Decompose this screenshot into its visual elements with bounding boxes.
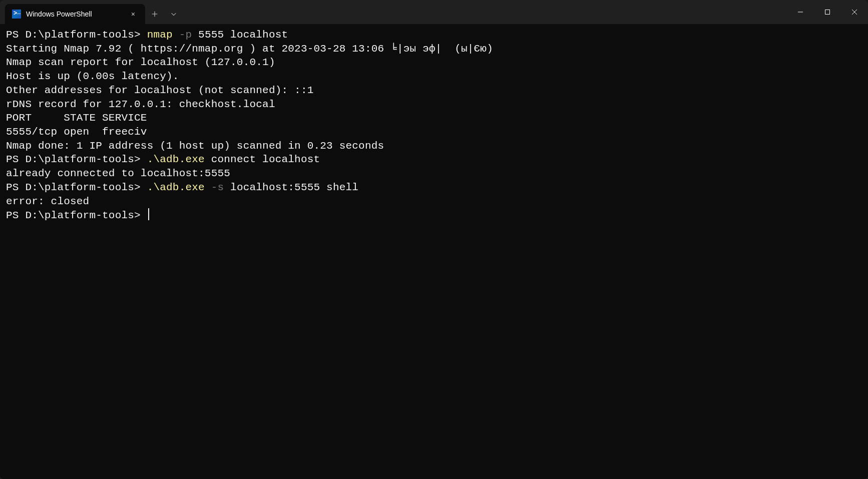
terminal-text: -s: [211, 182, 230, 193]
close-icon: [851, 9, 857, 15]
terminal-line: error: closed: [6, 195, 862, 209]
chevron-down-icon: [170, 11, 177, 18]
powershell-icon: [12, 10, 21, 19]
terminal-text: 5555/tcp open freeciv: [6, 126, 147, 138]
terminal-line: PORT STATE SERVICE: [6, 111, 862, 125]
svg-rect-0: [825, 10, 830, 15]
minimize-icon: [797, 9, 803, 15]
terminal-line: 5555/tcp open freeciv: [6, 125, 862, 139]
terminal-text: PS D:\platform-tools>: [6, 29, 147, 41]
tab-powershell[interactable]: Windows PowerShell ✕: [5, 4, 145, 24]
terminal-text: 5555 localhost: [198, 29, 288, 41]
terminal-text: rDNS record for 127.0.0.1: checkhost.loc…: [6, 99, 275, 110]
plus-icon: [151, 11, 158, 18]
terminal-output[interactable]: PS D:\platform-tools> nmap -p 5555 local…: [0, 24, 868, 479]
terminal-text: nmap: [147, 29, 179, 41]
terminal-line: PS D:\platform-tools> .\adb.exe connect …: [6, 153, 862, 167]
terminal-line: PS D:\platform-tools> .\adb.exe -s local…: [6, 181, 862, 195]
terminal-line: already connected to localhost:5555: [6, 167, 862, 181]
close-icon: ✕: [131, 10, 135, 18]
terminal-window: Windows PowerShell ✕ PS D:\platform-tool…: [0, 0, 868, 479]
terminal-text: PORT STATE SERVICE: [6, 112, 147, 124]
minimize-button[interactable]: [787, 0, 814, 24]
terminal-text: already connected to localhost:5555: [6, 168, 230, 179]
terminal-text: error: closed: [6, 196, 89, 207]
terminal-text: Other addresses for localhost (not scann…: [6, 85, 314, 96]
terminal-text: Nmap scan report for localhost (127.0.0.…: [6, 57, 275, 68]
terminal-text: Starting Nmap 7.92 ( https://nmap.org ) …: [6, 43, 493, 55]
terminal-text: Host is up (0.00s latency).: [6, 71, 179, 82]
terminal-text: .\adb.exe: [147, 182, 211, 193]
close-tab-button[interactable]: ✕: [128, 9, 138, 19]
terminal-text: localhost:5555 shell: [230, 182, 358, 193]
terminal-text: -p: [179, 29, 198, 41]
maximize-button[interactable]: [814, 0, 841, 24]
terminal-text: PS D:\platform-tools>: [6, 154, 147, 165]
terminal-text: PS D:\platform-tools>: [6, 182, 147, 193]
terminal-text: Nmap done: 1 IP address (1 host up) scan…: [6, 140, 384, 152]
terminal-line: PS D:\platform-tools>: [6, 208, 862, 223]
window-controls: [787, 0, 868, 24]
terminal-line: Nmap scan report for localhost (127.0.0.…: [6, 56, 862, 70]
titlebar-drag-area[interactable]: [183, 0, 787, 24]
tab-dropdown-button[interactable]: [164, 4, 183, 24]
tab-title: Windows PowerShell: [26, 10, 123, 18]
terminal-line: rDNS record for 127.0.0.1: checkhost.loc…: [6, 98, 862, 112]
maximize-icon: [824, 9, 830, 15]
terminal-line: PS D:\platform-tools> nmap -p 5555 local…: [6, 28, 862, 42]
new-tab-button[interactable]: [145, 4, 164, 24]
terminal-text: PS D:\platform-tools>: [6, 210, 147, 221]
close-window-button[interactable]: [841, 0, 868, 24]
titlebar[interactable]: Windows PowerShell ✕: [0, 0, 868, 24]
terminal-line: Nmap done: 1 IP address (1 host up) scan…: [6, 139, 862, 153]
terminal-line: Host is up (0.00s latency).: [6, 70, 862, 84]
terminal-line: Starting Nmap 7.92 ( https://nmap.org ) …: [6, 42, 862, 56]
terminal-line: Other addresses for localhost (not scann…: [6, 84, 862, 98]
terminal-text: .\adb.exe: [147, 154, 211, 165]
cursor: [148, 208, 149, 220]
terminal-text: connect localhost: [211, 154, 320, 165]
